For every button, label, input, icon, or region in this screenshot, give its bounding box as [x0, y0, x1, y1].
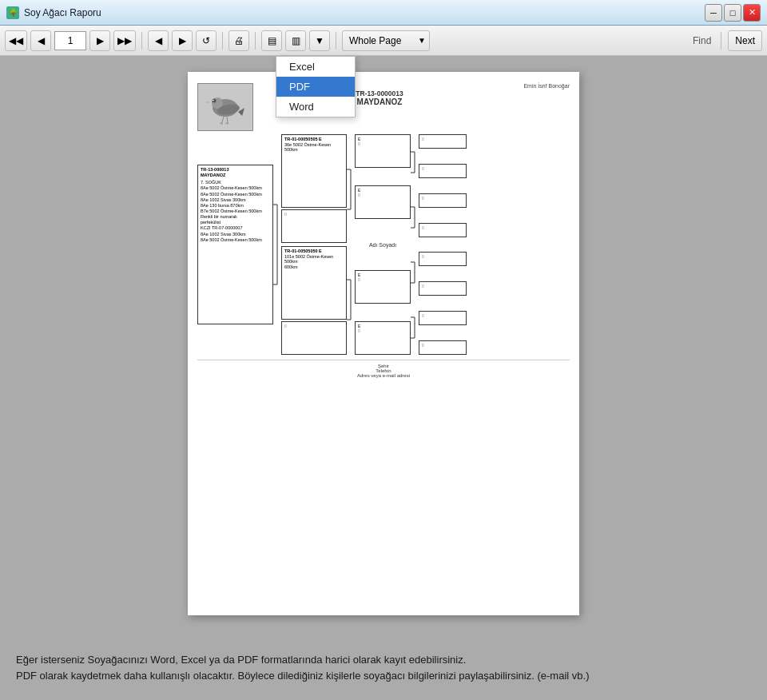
gen1-col: TR-01-00050505 E 36e 5002 Östme-Kesen 50…: [281, 134, 347, 355]
page-number-input[interactable]: [54, 31, 86, 50]
gen2-b2-d: 0: [358, 193, 407, 197]
gen3-box3: 0: [419, 193, 467, 208]
gen3-b5-d: 0: [422, 254, 463, 259]
gen3-b6-d: 0: [422, 284, 463, 288]
zoom-select-wrapper: Whole Page 50% 75% 100% 150% ▼: [342, 30, 430, 51]
find-sep: [721, 32, 721, 50]
export-excel-item[interactable]: Excel: [276, 57, 355, 77]
bottom-text-area: Eğer isterseniz Soyağacınızı Word, Excel…: [0, 644, 767, 689]
gen3-box7: 0: [419, 311, 467, 325]
find-label: Find: [693, 35, 711, 46]
app-icon: 🌳: [6, 6, 19, 19]
gen3-col: 0 0 0 0 0 0 0 0: [419, 134, 467, 355]
gen3-box8: 0: [419, 340, 467, 355]
gen1-sire-box: TR-01-00050505 E 36e 5002 Östme-Kesen 50…: [281, 134, 347, 208]
prev-page-button[interactable]: ◀: [30, 30, 51, 51]
gen1-empty1-d: 0: [284, 212, 344, 217]
gen3-b8-d: 0: [422, 343, 463, 348]
gen0-details: 7. SOĞUK 8Ae 5002 Östme-Kesen 500km 8Ae …: [201, 180, 270, 243]
adi-soyadi-area: Adı Soyadı: [355, 237, 411, 253]
zoom-select[interactable]: Whole Page 50% 75% 100% 150%: [342, 30, 430, 51]
gen0-col: TR-13-000013 MAYDANOZ 7. SOĞUK 8Ae 5002 …: [197, 134, 273, 355]
connector-0-1: [273, 134, 281, 355]
gen0-name: MAYDANOZ: [201, 173, 270, 178]
gen2-col: E 0 E 0 Adı Soyadı E 0 E 0: [355, 134, 411, 355]
paper-header: TR-13-0000013 MAYDANOZ Emin İsrif Bonoğa…: [197, 83, 570, 131]
close-button[interactable]: ✕: [743, 4, 761, 22]
next-find-button[interactable]: Next: [728, 30, 762, 51]
gen1-empty1: 0: [281, 209, 347, 243]
svg-point-4: [213, 100, 214, 101]
conn-svg-1a: [347, 149, 355, 229]
gen3-box6: 0: [419, 281, 467, 296]
forward-button[interactable]: ▶: [172, 30, 193, 51]
gen1-sire-id: TR-01-00050505 E: [284, 137, 344, 142]
refresh-button[interactable]: ↺: [196, 30, 217, 51]
next-page-button[interactable]: ▶: [89, 30, 110, 51]
export-dropdown-menu: Excel PDF Word: [276, 56, 356, 117]
sep4: [336, 32, 336, 50]
first-page-button[interactable]: ◀◀: [5, 30, 27, 51]
owner-name: Emin İsrif Bonoğar: [523, 83, 570, 89]
bottom-line1: Eğer isterseniz Soyağacınızı Word, Excel…: [16, 652, 751, 668]
genealogy-tree: TR-13-000013 MAYDANOZ 7. SOĞUK 8Ae 5002 …: [197, 134, 570, 355]
connector-2-3: [411, 134, 419, 355]
connector-1-2: [347, 134, 355, 355]
footer-address: Adres veya e-mail adresi: [357, 373, 410, 378]
gen0-id: TR-13-000013: [201, 167, 270, 173]
minimize-button[interactable]: ─: [705, 4, 722, 22]
gen2-box2: E 0: [355, 185, 411, 219]
gen3-box1: 0: [419, 134, 467, 149]
gen1-dam-details: 101e 5002 Östme-Kesen 500km600km: [284, 254, 344, 270]
sep2: [222, 32, 223, 50]
gen1-dam-box: TR-01-00505050 E 101e 5002 Östme-Kesen 5…: [281, 246, 347, 320]
toolbar: ◀◀ ◀ ▶ ▶▶ ◀ ▶ ↺ 🖨 ▤ ▥ ▼ Whole Page 50% 7…: [0, 26, 767, 56]
svg-point-3: [213, 99, 217, 103]
pigeon-image: [197, 83, 253, 131]
gen3-box4: 0: [419, 223, 467, 237]
back-button[interactable]: ◀: [148, 30, 169, 51]
conn-svg-2b: [411, 197, 419, 237]
paper-footer: Şehir Telefon Adres veya e-mail adresi: [197, 360, 570, 378]
window-title: Soy Ağacı Raporu: [24, 7, 705, 18]
title-bar: 🌳 Soy Ağacı Raporu ─ □ ✕: [0, 0, 767, 26]
print-button[interactable]: 🖨: [229, 30, 249, 51]
conn-svg-2c: [411, 253, 419, 292]
conn-svg-2d: [411, 308, 419, 348]
gen3-b3-d: 0: [422, 196, 463, 201]
owner-info: Emin İsrif Bonoğar: [506, 83, 570, 89]
sep3: [255, 32, 256, 50]
gen1-empty2-d: 0: [284, 324, 344, 328]
gen2-box4: E 0: [355, 321, 411, 355]
gen3-b2-d: 0: [422, 166, 463, 171]
window-controls: ─ □ ✕: [705, 4, 761, 22]
document-paper: TR-13-0000013 MAYDANOZ Emin İsrif Bonoğa…: [188, 72, 579, 615]
gen1-dam-area: TR-01-00505050 E 101e 5002 Östme-Kesen 5…: [281, 246, 347, 355]
export-word-item[interactable]: Word: [276, 97, 355, 117]
gen1-sire-area: TR-01-00050505 E 36e 5002 Östme-Kesen 50…: [281, 134, 347, 243]
layout1-button[interactable]: ▤: [261, 30, 282, 51]
gen1-empty2: 0: [281, 321, 347, 355]
gen2-box3: E 0: [355, 270, 411, 304]
layout2-button[interactable]: ▥: [285, 30, 306, 51]
gen3-box5: 0: [419, 252, 467, 266]
export-pdf-item[interactable]: PDF: [276, 77, 355, 97]
gen1-dam-id: TR-01-00505050 E: [284, 249, 344, 254]
last-page-button[interactable]: ▶▶: [113, 30, 136, 51]
gen1-sire-details: 36e 5002 Östme-Kesen 500km: [284, 142, 344, 153]
gen2-box1: E 0: [355, 134, 411, 168]
gen3-b1-d: 0: [422, 137, 463, 141]
adi-soyadi-label: Adı Soyadı: [369, 242, 396, 248]
maximize-button[interactable]: □: [724, 4, 741, 22]
conn-svg-1b: [347, 260, 355, 340]
conn-svg-2a: [411, 142, 419, 182]
connector-svg-0: [273, 165, 281, 324]
gen3-b4-d: 0: [422, 225, 463, 230]
gen3-box2: 0: [419, 164, 467, 178]
gen3-b7-d: 0: [422, 313, 463, 318]
sep1: [141, 32, 142, 50]
gen2-b1-d: 0: [358, 141, 407, 146]
export-dropdown-button[interactable]: ▼: [309, 30, 330, 51]
gen2-b4-d: 0: [358, 328, 407, 333]
main-content-area: TR-13-0000013 MAYDANOZ Emin İsrif Bonoğa…: [0, 56, 767, 644]
